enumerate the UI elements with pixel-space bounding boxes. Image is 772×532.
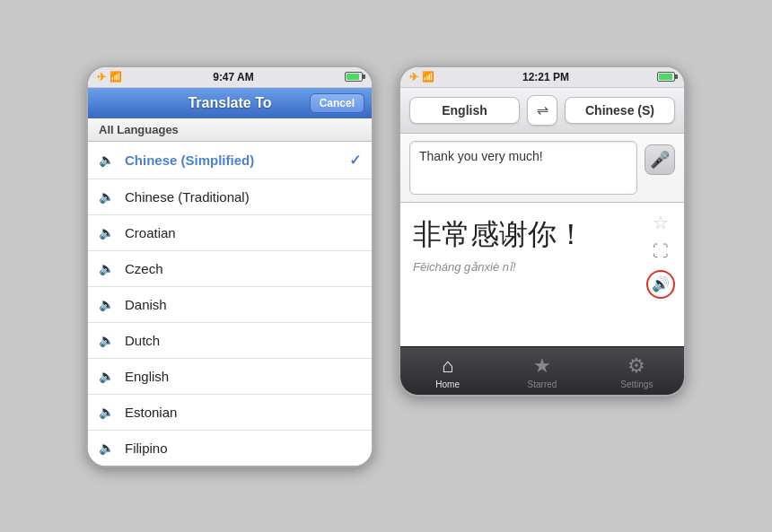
language-switcher: English ⇌ Chinese (S) (400, 88, 684, 134)
star-button[interactable]: ☆ (653, 212, 669, 233)
battery-icon (345, 72, 363, 82)
airplane-icon: ✈ (409, 71, 418, 83)
microphone-button[interactable]: 🎤 (645, 144, 675, 175)
speaker-icon: 🔈 (99, 369, 114, 383)
lang-name: Chinese (Traditional) (125, 189, 361, 205)
list-item[interactable]: 🔈 Czech (88, 251, 372, 287)
lang-name: Estonian (125, 405, 361, 420)
language-list: 🔈 Chinese (Simplified) ✓ 🔈 Chinese (Trad… (88, 142, 372, 466)
speak-result-button[interactable]: 🔊 (646, 270, 675, 299)
speaker-icon: 🔈 (99, 333, 114, 347)
lang-name: Danish (125, 297, 361, 312)
right-status-bar: ✈ 📶 12:21 PM (400, 67, 684, 88)
source-language-button[interactable]: English (409, 97, 520, 124)
lang-name: Chinese (Simplified) (125, 153, 349, 168)
star-tab-icon: ★ (533, 354, 551, 378)
translate-header: Translate To Cancel (88, 88, 372, 118)
result-area: 非常感谢你！ Fēicháng gǎnxiè nǐ! ☆ ⛶ 🔊 (400, 203, 684, 346)
list-item[interactable]: 🔈 Estonian (88, 395, 372, 431)
tab-settings-label: Settings (620, 379, 653, 389)
lang-name: English (125, 369, 361, 384)
tab-home[interactable]: ⌂ Home (400, 347, 495, 395)
lang-name: Croatian (125, 225, 361, 240)
translate-title: Translate To (188, 95, 271, 111)
checkmark-icon: ✓ (349, 152, 361, 169)
tab-settings[interactable]: ⚙ Settings (590, 347, 684, 395)
speaker-icon: 🔈 (99, 440, 114, 455)
speaker-icon: 🔈 (99, 153, 114, 167)
speaker-icon: 🔈 (99, 405, 114, 419)
tab-starred-label: Starred (528, 379, 557, 389)
target-language-button[interactable]: Chinese (S) (565, 97, 675, 124)
home-icon: ⌂ (442, 354, 453, 378)
lang-name: Czech (125, 261, 361, 276)
list-item[interactable]: 🔈 English (88, 359, 372, 395)
input-area: Thank you very much! 🎤 (400, 134, 684, 203)
result-action-icons: ☆ ⛶ 🔊 (646, 212, 675, 299)
lang-name: Filipino (125, 440, 361, 456)
left-phone: ✈ 📶 9:47 AM Translate To Cancel All Lang… (86, 65, 373, 467)
gear-icon: ⚙ (627, 354, 645, 378)
wifi-icon: 📶 (422, 71, 434, 83)
list-item[interactable]: 🔈 Dutch (88, 323, 372, 359)
lang-name: Dutch (125, 333, 361, 348)
left-status-time: 9:47 AM (213, 71, 254, 83)
cancel-button[interactable]: Cancel (310, 93, 364, 113)
speaker-icon: 🔈 (99, 297, 114, 311)
pinyin-text: Fēicháng gǎnxiè nǐ! (413, 260, 671, 274)
list-item[interactable]: 🔈 Croatian (88, 215, 372, 251)
all-languages-label: All Languages (88, 118, 372, 142)
speaker-icon: 🔈 (99, 225, 114, 240)
source-text-input[interactable]: Thank you very much! (409, 141, 637, 195)
right-screen: English ⇌ Chinese (S) Thank you very muc… (400, 88, 684, 395)
battery-icon (657, 72, 675, 82)
wifi-icon: 📶 (110, 71, 122, 83)
translated-text: 非常感谢你！ (413, 215, 671, 255)
left-screen: Translate To Cancel All Languages 🔈 Chin… (88, 88, 372, 466)
tab-bar: ⌂ Home ★ Starred ⚙ Settings (400, 346, 684, 395)
list-item[interactable]: 🔈 Danish (88, 287, 372, 323)
speaker-icon: 🔈 (99, 261, 114, 275)
tab-home-label: Home (435, 379, 460, 389)
speaker-icon: 🔈 (99, 189, 114, 204)
airplane-icon: ✈ (97, 71, 106, 83)
swap-languages-button[interactable]: ⇌ (527, 95, 557, 126)
list-item[interactable]: 🔈 Chinese (Simplified) ✓ (88, 142, 372, 179)
left-status-bar: ✈ 📶 9:47 AM (88, 67, 372, 88)
tab-starred[interactable]: ★ Starred (495, 347, 589, 395)
expand-button[interactable]: ⛶ (653, 242, 669, 261)
list-item[interactable]: 🔈 Filipino (88, 431, 372, 466)
right-phone: ✈ 📶 12:21 PM English ⇌ Chinese (S) Thank… (399, 65, 686, 397)
list-item[interactable]: 🔈 Chinese (Traditional) (88, 179, 372, 215)
right-status-time: 12:21 PM (522, 71, 569, 83)
